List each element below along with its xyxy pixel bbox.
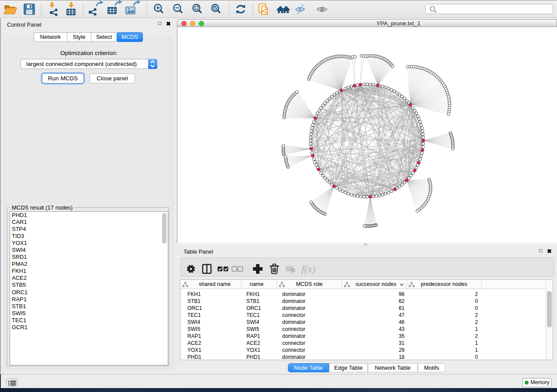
svg-text:f(x): f(x)	[301, 264, 315, 275]
